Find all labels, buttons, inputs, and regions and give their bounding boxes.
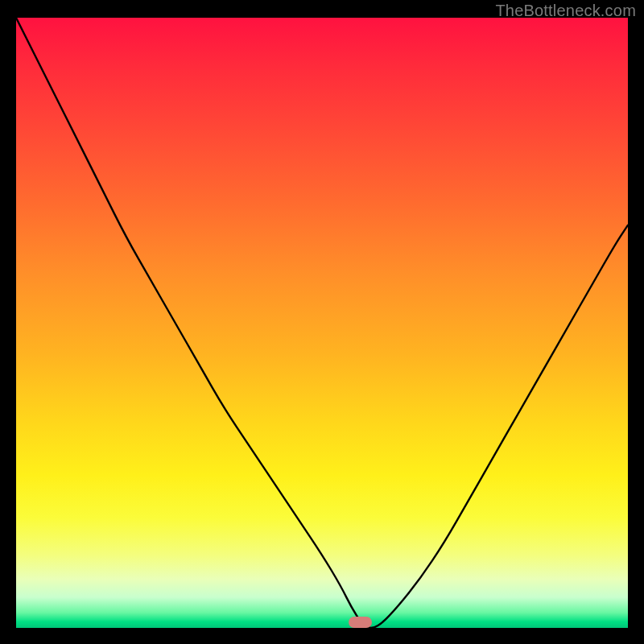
curve-path bbox=[16, 18, 628, 628]
watermark-text: TheBottleneck.com bbox=[495, 2, 636, 20]
optimum-marker bbox=[349, 617, 372, 628]
chart-frame: TheBottleneck.com bbox=[0, 0, 644, 644]
plot-area bbox=[16, 18, 628, 628]
bottleneck-curve bbox=[16, 18, 628, 628]
